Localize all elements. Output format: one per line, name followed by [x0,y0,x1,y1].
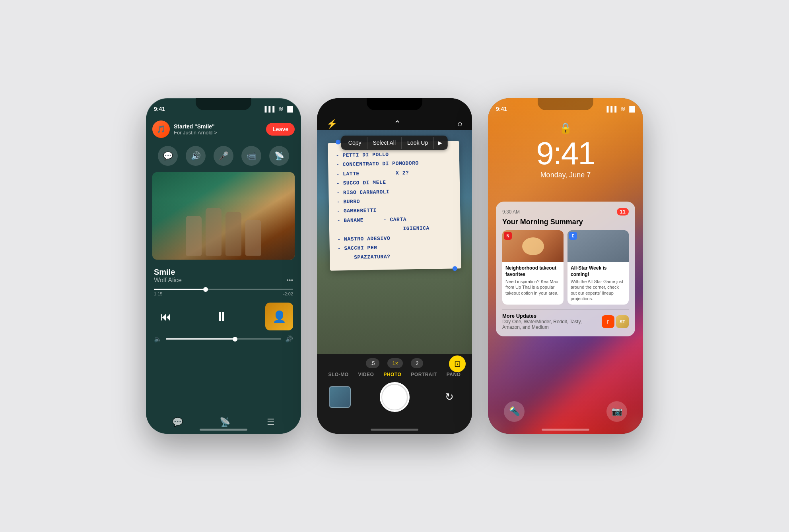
chevron-up-icon[interactable]: ⌃ [394,119,401,129]
lockscreen-content: 9:41 ▌▌▌ ≋ ▐█ 🔒 9:41 Monday, June 7 9:30… [488,98,643,434]
flashlight-button[interactable]: 🔦 [504,401,525,422]
current-time: 1:15 [154,291,162,296]
video-button[interactable]: 📹 [241,146,261,166]
chat-button[interactable]: 💬 [158,146,178,166]
note-line-12: SPAZZATURA? [338,251,453,262]
remaining-time: -2:02 [283,291,293,296]
zoom-2-button[interactable]: 2 [411,358,423,368]
more-updates-text: More Updates Day One, WaterMinder, Reddi… [502,313,599,330]
flip-camera-button[interactable]: ↻ [438,386,460,408]
more-updates-desc: Day One, WaterMinder, Reddit, Tasty, Ama… [502,319,599,330]
notification-card[interactable]: 9:30 AM 11 Your Morning Summary [496,202,635,336]
signal-icon: ▌▌▌ [264,106,276,112]
note-card: - PETTI DI POLLO - CONCENTRATO DI POMODO… [328,141,461,270]
lyrics-button[interactable]: 💬 [172,417,183,427]
settings-circle-icon[interactable]: ○ [457,119,463,129]
volume-thumb[interactable] [233,337,237,342]
live-text-menu: Copy Select All Look Up ▶ [341,136,448,150]
camera-quick-button[interactable]: 📷 [606,401,627,422]
shareplay-subtitle: For Justin Arnold > [174,130,262,136]
article-card-1[interactable]: N Neighborhood takeout favorites Need in… [502,230,564,305]
avatar: 🎵 [152,120,170,138]
home-indicator-1[interactable] [200,429,247,431]
progress-track[interactable] [154,289,293,290]
battery-icon-3: ▐█ [627,106,635,112]
camera-screen: ⚡ ⌃ ○ Copy Select All Look Up ▶ [317,98,472,434]
article-desc-2: With the All-Star Game just around the c… [571,279,626,301]
slo-mo-mode[interactable]: SLO-MO [328,372,349,377]
progress-bar-container[interactable]: 1:15 -2:02 [146,285,301,299]
article-image-2: E [567,230,629,262]
copy-menu-item[interactable]: Copy [343,136,367,150]
menu-more-arrow[interactable]: ▶ [434,136,446,149]
st-icon: ST [616,315,629,328]
camera-modes: SLO-MO VIDEO PHOTO PORTRAIT PANO [317,370,472,381]
mic-button[interactable]: 🎤 [214,146,233,166]
home-indicator-3[interactable] [542,429,589,431]
notch-2 [367,98,422,110]
volume-control: 🔈 🔊 [146,335,301,343]
article-headline-2: All-Star Week is coming! [571,265,626,278]
flash-icon[interactable]: ⚡ [326,119,337,129]
article-desc-1: Need inspiration? Kea Mao from Up Thai i… [505,279,560,296]
shutter-inner [382,385,407,410]
album-art [152,172,295,260]
camera-bottom: .5 1× 2 SLO-MO VIDEO PHOTO PORTRAIT PANO [317,354,472,434]
live-text-icon[interactable]: ⊡ [449,355,466,372]
select-all-menu-item[interactable]: Select All [367,136,401,150]
person-3 [225,212,241,256]
shareplay-title: Started "Smile" [174,123,262,130]
article-logo-1: N [504,232,512,240]
food-shape [522,237,544,255]
audio-button[interactable]: 🔊 [186,146,206,166]
wifi-icon: ≋ [278,106,283,112]
article-card-2[interactable]: E All-Star Week is coming! With the All-… [567,230,629,305]
reddit-icon: r [602,315,614,328]
more-options-icon[interactable]: ••• [286,277,293,284]
phone-lockscreen: 9:41 ▌▌▌ ≋ ▐█ 🔒 9:41 Monday, June 7 9:30… [488,98,643,434]
notification-title: Your Morning Summary [502,218,629,226]
more-updates-title: More Updates [502,313,599,319]
queue-button[interactable]: ☰ [267,417,275,427]
look-up-menu-item[interactable]: Look Up [402,136,433,150]
status-time-3: 9:41 [496,106,507,112]
article-body-2: All-Star Week is coming! With the All-St… [567,262,629,305]
photo-mode[interactable]: PHOTO [383,372,401,377]
phone-camera: ⚡ ⌃ ○ Copy Select All Look Up ▶ [317,98,472,434]
volume-high-icon: 🔊 [285,335,293,343]
pano-mode[interactable]: PANO [447,372,461,377]
portrait-mode[interactable]: PORTRAIT [411,372,437,377]
photo-thumbnail[interactable] [329,386,351,408]
airplay-button[interactable]: 📡 [220,417,230,427]
lock-icon: 🔒 [559,122,572,134]
playback-controls: ⏮ ⏸ 👤 [146,299,301,334]
shutter-button[interactable] [380,382,410,412]
pause-button[interactable]: ⏸ [210,305,233,328]
app-icons-row: r ST [602,315,629,328]
lock-time: 9:41 [536,138,595,169]
zoom-1x-button[interactable]: 1× [387,358,403,368]
pin-dot [336,140,340,144]
notification-articles: N Neighborhood takeout favorites Need in… [502,230,629,305]
progress-thumb[interactable] [203,287,208,292]
article-image-1: N [502,230,564,262]
rewind-button[interactable]: ⏮ [154,305,178,328]
song-info: Smile Wolf Alice ••• [146,263,301,285]
notification-count: 11 [617,208,629,216]
status-icons-1: ▌▌▌ ≋ ▐█ [264,106,293,112]
shareplay-button[interactable]: 📡 [269,146,289,166]
zoom-0.5-button[interactable]: .5 [366,358,380,368]
video-mode[interactable]: VIDEO [358,372,374,377]
volume-low-icon: 🔈 [154,335,162,343]
song-artist-row: Wolf Alice ••• [154,277,293,284]
more-updates[interactable]: More Updates Day One, WaterMinder, Reddi… [502,309,629,330]
person-2 [206,208,222,256]
home-indicator-2[interactable] [371,429,418,431]
song-artist-name: Wolf Alice [154,277,182,284]
leave-button[interactable]: Leave [266,123,295,136]
notch-3 [538,98,593,110]
volume-track[interactable] [166,338,281,340]
status-icons-3: ▌▌▌ ≋ ▐█ [606,106,635,112]
article-headline-1: Neighborhood takeout favorites [505,265,560,278]
notification-header: 9:30 AM 11 [502,208,629,216]
